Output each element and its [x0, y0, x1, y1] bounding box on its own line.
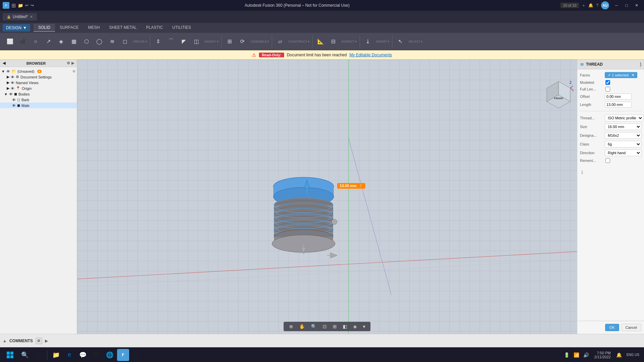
size-select[interactable]: 16.00 mm [605, 123, 641, 130]
browser-header-arrow[interactable]: ◀ [3, 61, 5, 65]
photos-icon[interactable]: 🖼 [90, 349, 102, 361]
comments-expand-icon[interactable]: ▶ [45, 339, 48, 343]
rib-btn[interactable]: ▦ [68, 36, 80, 48]
tab-close-btn[interactable]: ✕ [30, 15, 33, 19]
box-btn[interactable]: ◻ [119, 36, 131, 48]
cancel-button[interactable]: Cancel [621, 324, 641, 331]
user-avatar[interactable]: AU [601, 1, 609, 9]
modeled-checkbox[interactable] [605, 80, 610, 85]
search-taskbar-icon[interactable]: 🔍 [19, 349, 31, 361]
section-btn[interactable]: ⊟ [327, 36, 339, 48]
grid-btn[interactable]: ⊞ [331, 323, 339, 330]
length-input[interactable] [605, 102, 632, 108]
shell-btn[interactable]: ◫ [191, 36, 203, 48]
question-icon[interactable]: ? [596, 3, 598, 8]
plane-btn[interactable]: ▱ [274, 36, 286, 48]
comments-settings-icon[interactable]: ⚙ [36, 338, 42, 344]
thread-btn[interactable]: ≋ [106, 36, 118, 48]
ok-button[interactable]: OK [605, 324, 619, 331]
app-grid-icon[interactable]: ⊞ [11, 2, 16, 9]
insert-label[interactable]: INSERT ▾ [375, 40, 391, 43]
tab-sheet-metal[interactable]: SHEET METAL [104, 24, 141, 32]
class-select[interactable]: 6g [605, 141, 641, 147]
close-btn[interactable]: ✕ [632, 2, 641, 9]
start-button[interactable] [3, 348, 17, 362]
tab-mesh[interactable]: MESH [84, 24, 105, 32]
viewport[interactable]: 13.00 mm ⋮ FRONT Z X ⊕ ✋ [77, 60, 577, 334]
undo-btn[interactable]: ↩ [25, 3, 29, 8]
measurement-options-icon[interactable]: ⋮ [359, 184, 363, 188]
tab-utilities[interactable]: UTILITIES [168, 24, 196, 32]
browser-expand-icon[interactable]: ▶ [71, 61, 74, 65]
tree-item-named-views[interactable]: ▶ 👁 Named Views [0, 80, 77, 85]
press-pull-btn[interactable]: ⇕ [152, 36, 164, 48]
offset-input[interactable] [605, 94, 632, 100]
teams-icon[interactable]: 💬 [77, 349, 89, 361]
tab-plastic[interactable]: PLASTIC [142, 24, 168, 32]
full-length-checkbox[interactable] [605, 87, 610, 92]
redo-btn[interactable]: ↪ [31, 3, 34, 8]
rement-checkbox[interactable] [605, 158, 610, 163]
insert-obj-btn[interactable]: ⤓ [362, 36, 374, 48]
view-mode-btn[interactable]: ◧ [341, 323, 349, 330]
sweep-btn[interactable]: ↗ [42, 36, 54, 48]
thread-type-select[interactable]: ISO Metric profile [605, 115, 643, 121]
direction-select[interactable]: Right hand Left hand [605, 149, 641, 156]
zoom-btn[interactable]: 🔍 [309, 323, 319, 330]
revolve-btn[interactable]: ○ [30, 36, 42, 48]
design-mode-btn[interactable]: DESIGN ▼ [3, 24, 30, 32]
inspect-label[interactable]: INSPECT ▾ [340, 40, 358, 43]
create-label[interactable]: CREATE ▾ [131, 40, 149, 43]
loft-btn[interactable]: ◈ [55, 36, 67, 48]
notification-icon[interactable]: 🔔 [588, 3, 593, 8]
tree-item-origin[interactable]: ▶ 👁 📍 Origin [0, 85, 77, 91]
new-component-btn[interactable]: ⬜ [4, 36, 16, 48]
display-settings-btn[interactable]: ◈ [351, 323, 359, 330]
select-tool-btn[interactable]: ↖ [394, 36, 407, 48]
assemble-label[interactable]: ASSEMBLE ▾ [249, 40, 271, 43]
tree-item-barb[interactable]: 👁 ◻ Barb [0, 97, 77, 103]
file-menu[interactable]: 📁 [18, 3, 23, 8]
face-selector[interactable]: ↗ 1 selected ✕ [605, 72, 637, 78]
more-view-btn[interactable]: ▾ [361, 323, 367, 330]
editable-docs-link[interactable]: My Editable Documents [350, 53, 392, 57]
modify-label[interactable]: MODIFY ▾ [203, 40, 220, 43]
measure-btn[interactable]: 📐 [315, 36, 327, 48]
active-tab[interactable]: 🔒 Untitled* ✕ [3, 13, 37, 20]
joint-btn[interactable]: ⊞ [224, 36, 236, 48]
pan-btn[interactable]: ✋ [297, 323, 307, 330]
tab-surface[interactable]: SURFACE [55, 24, 84, 32]
settings-icon[interactable]: ⚙ [130, 349, 143, 361]
minimize-btn[interactable]: ─ [612, 2, 621, 9]
tree-item-unsaved[interactable]: ▼ 👁 📁 (Unsaved) ● ⊕ [0, 68, 77, 74]
edge-icon[interactable]: e [63, 349, 75, 361]
panel-collapse-btn[interactable]: ⟩ [640, 62, 641, 67]
construct-label[interactable]: CONSTRUCT ▾ [287, 40, 311, 43]
taskbar-clock[interactable]: 7:50 PM 2/11/2022 [592, 351, 613, 359]
web-btn[interactable]: ⬡ [80, 36, 93, 48]
browser-settings-icon[interactable]: ⚙ [67, 61, 70, 65]
tree-item-bodies[interactable]: ▼ 👁 ◼ Bodies [0, 91, 77, 97]
plus-icon[interactable]: ＋ [582, 3, 586, 8]
fusion-app-icon[interactable]: F [117, 349, 129, 361]
tab-solid[interactable]: SOLID [34, 24, 55, 32]
select-label[interactable]: SELECT ▾ [407, 40, 424, 43]
orbit-mode-btn[interactable]: ⊕ [287, 323, 295, 330]
comments-collapse-icon[interactable]: ▲ [3, 339, 7, 343]
unsaved-options[interactable]: ⊕ [72, 69, 75, 73]
chrome-icon[interactable]: 🌐 [104, 349, 116, 361]
extrude-btn[interactable]: ⬛ [17, 36, 29, 48]
fit-btn[interactable]: ⊡ [321, 323, 329, 330]
hole-btn[interactable]: ◯ [93, 36, 105, 48]
panel-info-icon[interactable]: ℹ [580, 168, 584, 176]
motion-btn[interactable]: ⟳ [236, 36, 249, 48]
nav-cube[interactable]: FRONT Z X [543, 80, 574, 110]
explorer-icon[interactable]: 📁 [50, 349, 62, 361]
tree-item-doc-settings[interactable]: ▶ 👁 ⚙ Document Settings [0, 74, 77, 80]
face-selector-clear-btn[interactable]: ✕ [631, 73, 635, 77]
maximize-btn[interactable]: □ [622, 2, 631, 9]
tree-item-male[interactable]: 👁 ◼ Male [0, 103, 77, 108]
notification-center-icon[interactable]: 🔔 [615, 352, 623, 358]
taskview-icon[interactable]: ⧉ [32, 349, 44, 361]
chamfer-btn[interactable]: ◤ [178, 36, 190, 48]
